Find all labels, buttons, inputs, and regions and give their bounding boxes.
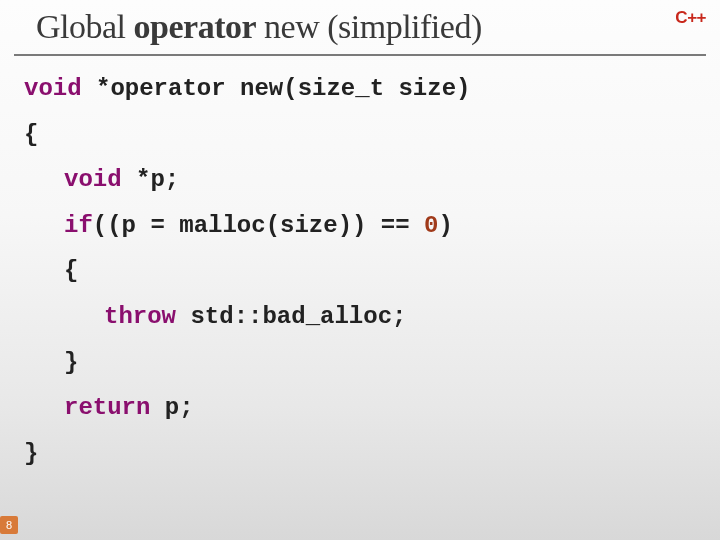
language-badge: C++ [675,8,706,28]
code-line-2: { [24,112,470,158]
code-text: *operator new(size_t size) [82,75,471,102]
keyword-return: return [64,394,150,421]
code-line-5: { [64,248,470,294]
code-text: ((p = malloc(size)) == [93,212,424,239]
code-line-3: void *p; [64,157,470,203]
code-line-7: } [64,340,470,386]
code-line-6: throw std::bad_alloc; [104,294,470,340]
keyword-throw: throw [104,303,176,330]
code-text: std::bad_alloc; [176,303,406,330]
code-text: p; [150,394,193,421]
slide-title: Global operator new (simplified) [36,8,482,46]
page-number: 8 [0,516,18,534]
keyword-void: void [64,166,122,193]
code-line-9: } [24,431,470,477]
code-line-4: if((p = malloc(size)) == 0) [64,203,470,249]
code-line-1: void *operator new(size_t size) [24,66,470,112]
keyword-if: if [64,212,93,239]
title-suffix: new (simplified) [256,8,482,45]
code-text: *p; [122,166,180,193]
code-text: ) [438,212,452,239]
title-underline [14,54,706,56]
code-block: void *operator new(size_t size) { void *… [24,66,470,476]
literal-zero: 0 [424,212,438,239]
keyword-void: void [24,75,82,102]
code-line-8: return p; [64,385,470,431]
title-bold: operator [134,8,257,45]
title-prefix: Global [36,8,134,45]
